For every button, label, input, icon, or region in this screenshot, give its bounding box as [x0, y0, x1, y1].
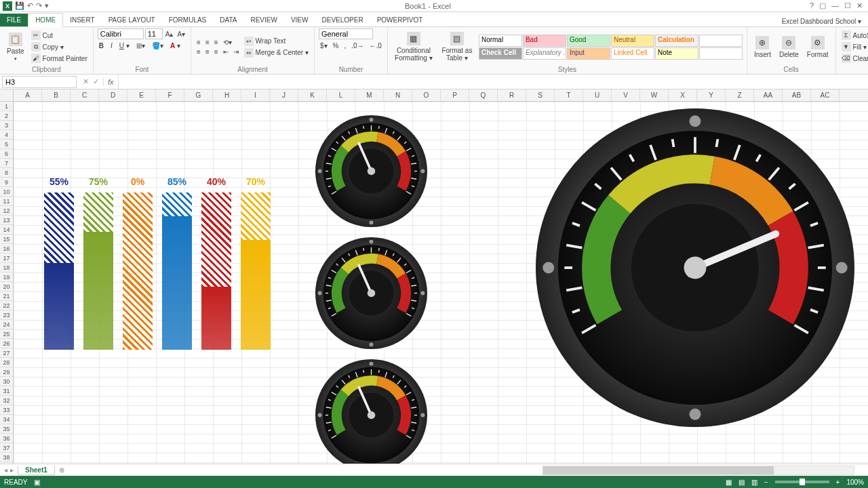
maximize-icon[interactable]: ☐	[844, 1, 851, 10]
paste-button[interactable]: 📋 Paste▾	[4, 31, 27, 63]
border-button[interactable]: ⊞▾	[135, 41, 146, 50]
col-header[interactable]: R	[498, 89, 526, 101]
col-header[interactable]: T	[555, 89, 583, 101]
col-header[interactable]: B	[42, 89, 71, 101]
format-as-table-button[interactable]: ▤Format as Table ▾	[438, 30, 476, 63]
row-header[interactable]: 3	[0, 121, 13, 130]
col-header[interactable]: E	[127, 89, 156, 101]
row-header[interactable]: 13	[0, 216, 13, 225]
gauge-widget[interactable]	[315, 237, 427, 349]
row-header[interactable]: 29	[0, 367, 13, 377]
conditional-formatting-button[interactable]: ▦Conditional Formatting ▾	[392, 30, 435, 63]
sheet-nav-next-icon[interactable]: ▸	[10, 466, 14, 474]
view-page-layout-icon[interactable]: ▤	[738, 479, 745, 486]
horizontal-scrollbar[interactable]	[68, 466, 868, 475]
new-sheet-button[interactable]: ⊕	[55, 466, 68, 474]
style-cell[interactable]	[699, 35, 743, 47]
font-size-input[interactable]	[145, 28, 163, 39]
macro-record-icon[interactable]: ▣	[34, 479, 40, 486]
row-header[interactable]: 15	[0, 235, 13, 244]
qat-custom-icon[interactable]: ▾	[45, 1, 49, 10]
row-header[interactable]: 17	[0, 253, 13, 263]
tab-page-layout[interactable]: PAGE LAYOUT	[102, 14, 162, 26]
col-header[interactable]: V	[612, 89, 640, 101]
row-header[interactable]: 16	[0, 244, 13, 253]
copy-button[interactable]: ⧉Copy ▾	[30, 41, 89, 52]
style-cell[interactable]: Explanatory ...	[523, 47, 566, 60]
row-header[interactable]: 20	[0, 282, 13, 291]
indent-dec-button[interactable]: ⇤	[222, 47, 230, 56]
zoom-level[interactable]: 100%	[846, 479, 864, 486]
format-painter-button[interactable]: 🖌Format Painter	[30, 53, 89, 64]
tab-home[interactable]: HOME	[28, 13, 63, 27]
col-header[interactable]: Q	[469, 89, 498, 101]
style-cell[interactable]	[699, 47, 743, 60]
shrink-font-button[interactable]: A▾	[176, 28, 186, 39]
enter-formula-icon[interactable]: ✓	[93, 77, 99, 86]
dec-decimal-button[interactable]: ←.0	[368, 41, 383, 50]
col-header[interactable]: O	[412, 89, 441, 101]
row-header[interactable]: 9	[0, 178, 13, 187]
cancel-formula-icon[interactable]: ✕	[83, 77, 89, 86]
row-header[interactable]: 10	[0, 187, 13, 197]
gauge-widget[interactable]	[536, 108, 854, 427]
style-cell[interactable]: Good	[567, 35, 610, 47]
row-header[interactable]: 18	[0, 263, 13, 272]
row-header[interactable]: 30	[0, 377, 13, 386]
col-header[interactable]: K	[298, 89, 327, 101]
col-header[interactable]: W	[640, 89, 669, 101]
italic-button[interactable]: I	[109, 41, 114, 50]
row-header[interactable]: 35	[0, 424, 13, 434]
help-icon[interactable]: ?	[810, 1, 814, 10]
indent-inc-button[interactable]: ⇥	[232, 47, 240, 56]
row-headers[interactable]: 1234567891011121314151617181920212223242…	[0, 102, 14, 464]
tab-formulas[interactable]: FORMULAS	[162, 14, 214, 26]
row-header[interactable]: 12	[0, 206, 13, 216]
row-header[interactable]: 32	[0, 396, 13, 405]
name-box[interactable]	[2, 76, 77, 88]
col-header[interactable]: H	[213, 89, 241, 101]
row-header[interactable]: 2	[0, 111, 13, 121]
tab-developer[interactable]: DEVELOPER	[315, 14, 370, 26]
tab-view[interactable]: VIEW	[284, 14, 315, 26]
column-headers[interactable]: ABCDEFGHIJKLMNOPQRSTUVWXYZAAABAC	[14, 89, 868, 102]
gauge-widget[interactable]	[315, 359, 427, 464]
row-header[interactable]: 11	[0, 197, 13, 206]
wrap-text-button[interactable]: ↩Wrap Text	[243, 36, 310, 47]
row-header[interactable]: 8	[0, 168, 13, 178]
fill-color-button[interactable]: 🪣▾	[151, 41, 165, 50]
row-header[interactable]: 33	[0, 405, 13, 415]
align-left-button[interactable]: ≡	[195, 47, 202, 56]
row-header[interactable]: 28	[0, 358, 13, 367]
style-cell[interactable]: Neutral	[611, 35, 654, 47]
col-header[interactable]: S	[526, 89, 555, 101]
row-header[interactable]: 38	[0, 453, 13, 462]
align-right-button[interactable]: ≡	[213, 47, 220, 56]
row-header[interactable]: 36	[0, 434, 13, 443]
tab-insert[interactable]: INSERT	[63, 14, 102, 26]
merge-center-button[interactable]: ⇔Merge & Center ▾	[243, 47, 310, 58]
row-header[interactable]: 1	[0, 102, 13, 111]
col-header[interactable]: L	[327, 89, 355, 101]
zoom-in-button[interactable]: +	[836, 479, 840, 486]
row-header[interactable]: 14	[0, 225, 13, 235]
style-cell[interactable]: Linked Cell	[611, 47, 654, 60]
row-header[interactable]: 19	[0, 272, 13, 282]
tab-powerpivot[interactable]: POWERPIVOT	[370, 14, 430, 26]
row-header[interactable]: 27	[0, 348, 13, 358]
col-header[interactable]: A	[14, 89, 42, 101]
col-header[interactable]: I	[241, 89, 270, 101]
font-color-button[interactable]: A▾	[169, 41, 182, 50]
worksheet-grid[interactable]: ABCDEFGHIJKLMNOPQRSTUVWXYZAAABAC 1234567…	[0, 89, 868, 464]
col-header[interactable]: P	[441, 89, 469, 101]
clear-button[interactable]: ⌫Clear ▾	[840, 53, 869, 64]
bold-button[interactable]: B	[98, 41, 105, 50]
align-top-button[interactable]: ≡	[195, 38, 202, 47]
tab-data[interactable]: DATA	[213, 14, 243, 26]
delete-cells-button[interactable]: ⊖Delete	[776, 35, 802, 60]
col-header[interactable]: C	[71, 89, 99, 101]
sheet-tab[interactable]: Sheet1	[18, 466, 55, 475]
progress-bar-chart[interactable]: 55%75%0%85%40%70%	[44, 174, 275, 350]
comma-button[interactable]: ,	[342, 41, 347, 50]
view-page-break-icon[interactable]: ▥	[751, 479, 757, 486]
